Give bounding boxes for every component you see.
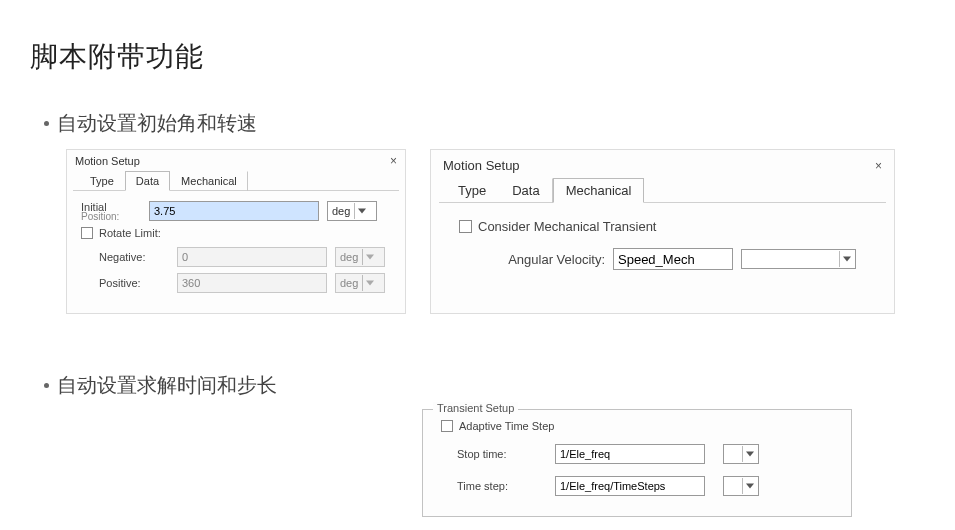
- time-step-input[interactable]: [555, 476, 705, 496]
- adaptive-time-step-checkbox[interactable]: Adaptive Time Step: [441, 420, 554, 432]
- negative-label: Negative:: [99, 251, 169, 263]
- tab-bar: Type Data Mechanical: [73, 170, 399, 191]
- tab-type[interactable]: Type: [79, 171, 125, 191]
- time-step-label: Time step:: [457, 480, 547, 492]
- bullet-label: 自动设置求解时间和步长: [57, 372, 277, 399]
- consider-transient-label: Consider Mechanical Transient: [478, 219, 656, 234]
- rotate-limit-checkbox[interactable]: Rotate Limit:: [81, 227, 161, 239]
- chevron-down-icon: [742, 478, 756, 494]
- positive-input: [177, 273, 327, 293]
- tab-data[interactable]: Data: [499, 178, 552, 203]
- chevron-down-icon: [362, 249, 376, 265]
- fieldset-legend: Transient Setup: [433, 402, 518, 414]
- stop-time-label: Stop time:: [457, 448, 547, 460]
- bullet-label: 自动设置初始角和转速: [57, 110, 257, 137]
- angular-velocity-label: Angular Velocity:: [495, 252, 605, 267]
- checkbox-icon: [81, 227, 93, 239]
- initial-sublabel: Position:: [81, 213, 141, 221]
- tab-data[interactable]: Data: [125, 171, 170, 191]
- initial-position-input[interactable]: [149, 201, 319, 221]
- rotate-limit-label: Rotate Limit:: [99, 227, 161, 239]
- initial-unit-label: deg: [332, 205, 350, 217]
- page-title: 脚本附带功能: [0, 0, 955, 76]
- checkbox-icon: [441, 420, 453, 432]
- stop-time-unit-select[interactable]: [723, 444, 759, 464]
- panel-motion-setup-mechanical: Motion Setup × Type Data Mechanical Cons…: [430, 149, 895, 314]
- consider-mechanical-transient-checkbox[interactable]: Consider Mechanical Transient: [459, 219, 656, 234]
- bullet-dot-icon: [44, 383, 49, 388]
- close-icon[interactable]: ×: [875, 159, 882, 173]
- tab-bar: Type Data Mechanical: [439, 177, 886, 203]
- chevron-down-icon: [742, 446, 756, 462]
- bullet-auto-angle-speed: 自动设置初始角和转速: [0, 110, 955, 137]
- time-step-unit-select[interactable]: [723, 476, 759, 496]
- negative-input: [177, 247, 327, 267]
- adaptive-time-step-label: Adaptive Time Step: [459, 420, 554, 432]
- tab-type[interactable]: Type: [445, 178, 499, 203]
- dialog-title: Motion Setup: [443, 158, 520, 173]
- bullet-dot-icon: [44, 121, 49, 126]
- chevron-down-icon: [839, 251, 853, 267]
- stop-time-input[interactable]: [555, 444, 705, 464]
- angular-velocity-unit-select[interactable]: [741, 249, 856, 269]
- panel-motion-setup-data: Motion Setup × Type Data Mechanical Init…: [66, 149, 406, 314]
- positive-unit-label: deg: [340, 277, 358, 289]
- angular-velocity-input[interactable]: [613, 248, 733, 270]
- negative-unit-label: deg: [340, 251, 358, 263]
- checkbox-icon: [459, 220, 472, 233]
- chevron-down-icon: [362, 275, 376, 291]
- close-icon[interactable]: ×: [390, 154, 397, 168]
- bullet-auto-time-step: 自动设置求解时间和步长: [0, 372, 955, 399]
- initial-unit-select[interactable]: deg: [327, 201, 377, 221]
- dialog-title: Motion Setup: [75, 155, 140, 167]
- tab-mechanical[interactable]: Mechanical: [553, 178, 645, 203]
- positive-unit-select: deg: [335, 273, 385, 293]
- chevron-down-icon: [354, 203, 368, 219]
- positive-label: Positive:: [99, 277, 169, 289]
- panel-transient-setup: Transient Setup Adaptive Time Step Stop …: [422, 409, 852, 517]
- negative-unit-select: deg: [335, 247, 385, 267]
- tab-mechanical[interactable]: Mechanical: [170, 171, 248, 191]
